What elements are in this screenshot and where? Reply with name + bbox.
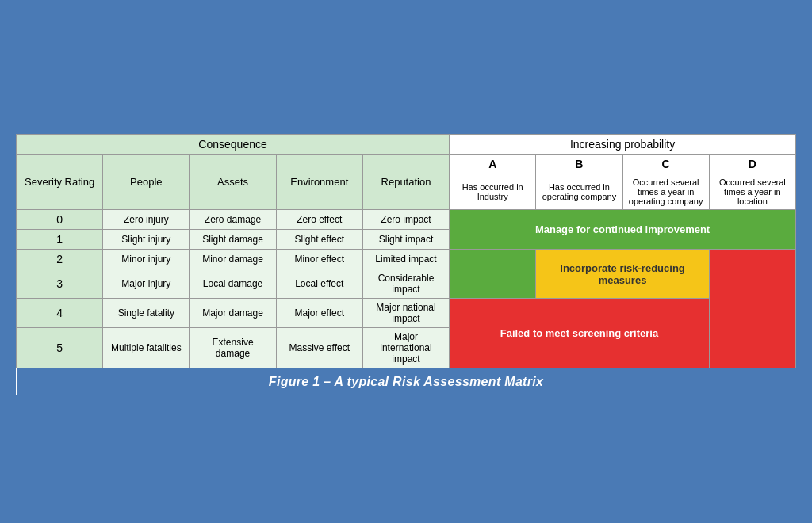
severity-1: 1 [17, 230, 103, 250]
people-header: People [103, 155, 190, 210]
consequence-header: Consequence [17, 135, 450, 155]
prob-a-desc: Has occurred in Industry [450, 174, 536, 210]
environment-2: Minor effect [276, 250, 362, 269]
people-5: Multiple fatalities [103, 328, 190, 368]
severity-5: 5 [17, 328, 103, 368]
yellow-zone: Incorporate risk-reducing measures [536, 250, 709, 299]
prob-b-letter: B [536, 155, 622, 174]
severity-rating-header: Severity Rating [17, 155, 103, 210]
environment-0: Zero effect [276, 210, 362, 230]
assets-5: Extensive damage [190, 328, 276, 368]
severity-4: 4 [17, 299, 103, 328]
assets-2: Minor damage [190, 250, 276, 269]
people-1: Slight injury [103, 230, 190, 250]
people-4: Single fatality [103, 299, 190, 328]
people-0: Zero injury [103, 210, 190, 230]
environment-5: Massive effect [276, 328, 362, 368]
green-zone-top: Manage for continued improvement [450, 210, 796, 250]
page-container: Consequence Increasing probability Sever… [8, 126, 804, 397]
assets-4: Major damage [190, 299, 276, 328]
prob-d-letter: D [709, 155, 795, 174]
assets-header: Assets [190, 155, 276, 210]
prob-b-desc: Has occurred in operating company [536, 174, 622, 210]
assets-0: Zero damage [190, 210, 276, 230]
reputation-5: Major international impact [362, 328, 449, 368]
prob-a-letter: A [450, 155, 536, 174]
assets-3: Local damage [190, 269, 276, 299]
severity-0: 0 [17, 210, 103, 230]
severity-2: 2 [17, 250, 103, 269]
people-2: Minor injury [103, 250, 190, 269]
prob-d-desc: Occurred several times a year in locatio… [709, 174, 795, 210]
reputation-header: Reputation [362, 155, 449, 210]
reputation-1: Slight impact [362, 230, 449, 250]
figure-caption: Figure 1 – A typical Risk Assessment Mat… [17, 368, 796, 396]
environment-4: Major effect [276, 299, 362, 328]
reputation-3: Considerable impact [362, 269, 449, 299]
reputation-2: Limited impact [362, 250, 449, 269]
environment-header: Environment [276, 155, 362, 210]
red-zone-d [709, 250, 795, 368]
environment-3: Local effect [276, 269, 362, 299]
risk-matrix-table: Consequence Increasing probability Sever… [16, 134, 796, 395]
assets-1: Slight damage [190, 230, 276, 250]
matrix-wrapper: Consequence Increasing probability Sever… [14, 132, 798, 397]
environment-1: Slight effect [276, 230, 362, 250]
red-zone-main: Failed to meet screening criteria [450, 299, 710, 368]
reputation-0: Zero impact [362, 210, 449, 230]
prob-c-letter: C [622, 155, 709, 174]
green-zone-2a [450, 250, 536, 269]
severity-3: 3 [17, 269, 103, 299]
green-zone-3a [450, 269, 536, 299]
prob-c-desc: Occurred several times a year in operati… [622, 174, 709, 210]
probability-header: Increasing probability [450, 135, 796, 155]
reputation-4: Major national impact [362, 299, 449, 328]
people-3: Major injury [103, 269, 190, 299]
